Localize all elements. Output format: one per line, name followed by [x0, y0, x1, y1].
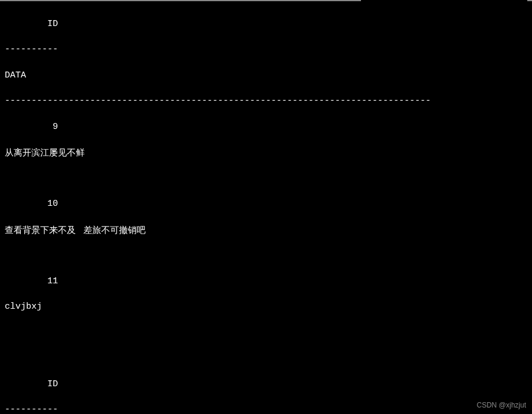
- row-id: 10: [5, 198, 527, 211]
- window-top-divider: [0, 0, 361, 1]
- window-top-divider-right: [527, 0, 532, 1]
- row-id: 9: [5, 121, 527, 134]
- col-divider-id: ----------: [5, 403, 527, 414]
- col-divider-data: ----------------------------------------…: [5, 95, 527, 108]
- row-data: 从离开滨江屡见不鲜: [5, 146, 527, 159]
- watermark: CSDN @xjhzjut: [476, 400, 526, 410]
- blank-line: [5, 249, 527, 262]
- terminal-output: ID ---------- DATA ---------------------…: [5, 1, 527, 414]
- row-data: clvjbxj: [5, 300, 527, 313]
- col-divider-id: ----------: [5, 43, 527, 56]
- row-id: 11: [5, 275, 527, 288]
- blank-line: [5, 352, 527, 365]
- col-header-id: ID: [5, 18, 527, 31]
- blank-line: [5, 172, 527, 185]
- row-data: 查看背景下来不及 差旅不可撤销吧: [5, 224, 527, 237]
- blank-line: [5, 326, 527, 339]
- col-header-id: ID: [5, 378, 527, 391]
- col-header-data: DATA: [5, 69, 527, 82]
